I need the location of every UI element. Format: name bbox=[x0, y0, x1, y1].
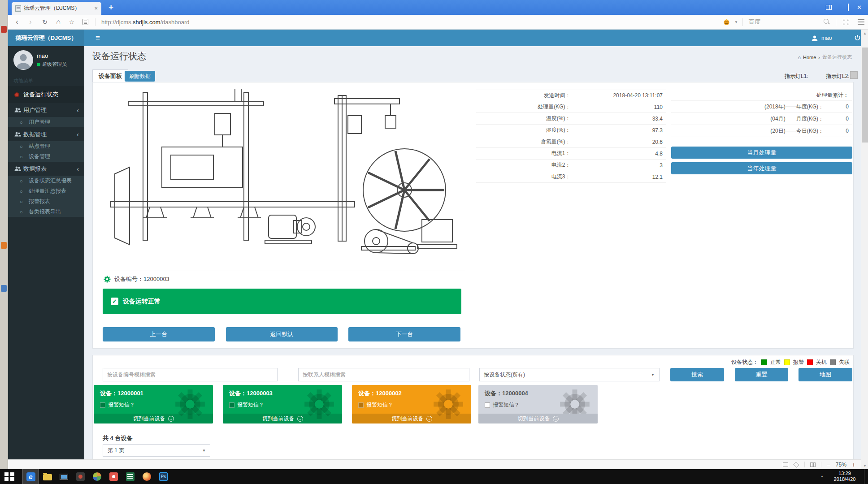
totals-row: (2018年)——年度(KG)：0 bbox=[671, 101, 852, 113]
scroll-up-icon[interactable]: ▲ bbox=[861, 30, 868, 37]
sidebar-item-data-reports[interactable]: 数据报表 ‹ bbox=[8, 162, 84, 176]
strip-app-icon bbox=[1, 242, 7, 249]
url-field[interactable]: http://djcms.shdjls.com/dashboard bbox=[101, 15, 190, 29]
page-scrollbar[interactable]: ▲ ▼ bbox=[861, 30, 868, 469]
taskbar-image-viewer-icon[interactable] bbox=[105, 469, 122, 484]
taskbar-tool-icon[interactable] bbox=[72, 469, 89, 484]
legend-alarm-label: 报警 bbox=[793, 359, 804, 366]
zoom-in-icon[interactable]: + bbox=[852, 461, 855, 468]
year-volume-button[interactable]: 当年处理量 bbox=[671, 162, 852, 174]
switch-device-button[interactable]: 切到当前设备→ bbox=[352, 414, 471, 424]
sidebar-toggle-icon[interactable]: ≡ bbox=[90, 30, 106, 46]
taskbar-folder-icon[interactable] bbox=[39, 469, 56, 484]
search-engine-bee-icon[interactable] bbox=[723, 18, 730, 26]
users-icon bbox=[14, 132, 23, 137]
url-path: /dashboard bbox=[161, 19, 190, 26]
arrow-right-icon: → bbox=[168, 416, 174, 422]
tab-device-panel[interactable]: 设备面板 bbox=[92, 69, 128, 82]
sidebar-item-data-mgmt[interactable]: 数据管理 ‹ bbox=[8, 127, 84, 141]
reading-mode-icon[interactable] bbox=[81, 15, 90, 29]
taskbar-browser-icon[interactable]: e bbox=[22, 469, 39, 484]
start-button-icon[interactable] bbox=[4, 472, 14, 481]
circle-o-icon: ○ bbox=[20, 120, 29, 125]
tab-close-icon[interactable]: × bbox=[94, 5, 98, 12]
menu-icon[interactable] bbox=[858, 19, 864, 25]
browser-tab[interactable]: 德瑶云管理（DJCMS） × bbox=[12, 2, 101, 15]
device-card[interactable]: 设备：12000004 报警短信？ 切到当前设备→ bbox=[478, 385, 598, 424]
reading-row: 电流2：3 bbox=[476, 160, 666, 171]
taskbar-photoshop-icon[interactable]: Ps bbox=[155, 469, 172, 484]
tray-expand-icon[interactable]: ▲ bbox=[820, 475, 824, 478]
engine-search-placeholder[interactable]: 百度 bbox=[749, 15, 760, 29]
show-desktop-button[interactable] bbox=[864, 469, 868, 484]
switch-device-button[interactable]: 切到当前设备→ bbox=[94, 414, 213, 424]
scrollbar-thumb[interactable] bbox=[862, 48, 868, 143]
device-card[interactable]: 设备：12000002 报警短信？ 切到当前设备→ bbox=[352, 385, 471, 424]
new-tab-button[interactable]: + bbox=[108, 2, 113, 12]
device-card[interactable]: 设备：12000001 报警短信？ 切到当前设备→ bbox=[94, 385, 213, 424]
sidebar-item-alarm-report[interactable]: ○ 报警报表 bbox=[8, 196, 84, 207]
prev-device-button[interactable]: 上一台 bbox=[103, 327, 215, 341]
legend-off-label: 关机 bbox=[816, 359, 827, 366]
window-mode-icon[interactable] bbox=[783, 462, 788, 467]
taskbar-spreadsheet-icon[interactable] bbox=[122, 469, 139, 484]
search-icon[interactable] bbox=[823, 18, 830, 25]
sidebar-item-device-status[interactable]: 设备运行状态 bbox=[8, 86, 84, 103]
record-circle-icon bbox=[14, 92, 23, 97]
sidebar-item-report-export[interactable]: ○ 各类报表导出 bbox=[8, 207, 84, 217]
sidebar-item-site-mgmt[interactable]: ○ 站点管理 bbox=[8, 141, 84, 151]
chevron-left-icon: ‹ bbox=[77, 131, 79, 138]
card-sms-row: 报警短信？ bbox=[358, 401, 393, 409]
sms-checkbox[interactable] bbox=[485, 402, 490, 408]
circle-o-icon: ○ bbox=[20, 144, 29, 149]
sms-checkbox[interactable] bbox=[229, 402, 234, 408]
sms-checkbox[interactable] bbox=[100, 402, 105, 408]
refresh-icon[interactable]: ↻ bbox=[40, 15, 49, 29]
close-icon[interactable]: ✕ bbox=[857, 4, 862, 10]
maximize-icon[interactable] bbox=[848, 4, 849, 11]
sms-checkbox[interactable] bbox=[358, 402, 364, 408]
zoom-out-icon[interactable]: − bbox=[827, 461, 830, 468]
chevron-down-icon: ▼ bbox=[202, 449, 206, 453]
grid-view-icon[interactable] bbox=[810, 462, 816, 467]
month-volume-button[interactable]: 当月处理量 bbox=[671, 147, 852, 159]
taskbar-firefox-icon[interactable] bbox=[139, 469, 155, 484]
device-status-select[interactable]: 按设备状态(所有) ▼ bbox=[479, 368, 660, 381]
device-card[interactable]: 设备：12000003 报警短信？ 切到当前设备→ bbox=[223, 385, 342, 424]
sidebar-item-user-mgmt-sub[interactable]: ○ 用户管理 bbox=[8, 117, 84, 127]
browser-addressbar: ‹ › ↻ ⌂ ☆ http://djcms.shdjls.com/dashbo… bbox=[8, 15, 868, 30]
refresh-data-button[interactable]: 刷新数据 bbox=[125, 71, 155, 82]
taskbar-computer-icon[interactable] bbox=[56, 469, 72, 484]
favorites-star-icon[interactable]: ☆ bbox=[67, 15, 76, 29]
fullscreen-icon[interactable] bbox=[793, 461, 799, 467]
lamp1-label: 指示灯L1: bbox=[785, 73, 808, 80]
home-icon[interactable]: ⌂ bbox=[54, 15, 63, 29]
scroll-down-icon[interactable]: ▼ bbox=[861, 462, 868, 469]
map-button[interactable]: 地图 bbox=[799, 368, 852, 381]
next-device-button[interactable]: 下一台 bbox=[348, 327, 460, 341]
reset-button[interactable]: 重置 bbox=[735, 368, 788, 381]
switch-device-button[interactable]: 切到当前设备→ bbox=[478, 414, 598, 424]
search-button[interactable]: 搜索 bbox=[670, 368, 724, 381]
apps-grid-icon[interactable] bbox=[843, 19, 849, 25]
navbar-user-menu[interactable]: mao bbox=[811, 30, 832, 46]
sidebar-item-device-mgmt[interactable]: ○ 设备管理 bbox=[8, 151, 84, 162]
sidebar-item-status-report[interactable]: ○ 设备状态汇总报表 bbox=[8, 176, 84, 186]
page-select[interactable]: 第 1 页 ▼ bbox=[103, 444, 210, 457]
switch-device-button[interactable]: 切到当前设备→ bbox=[223, 414, 342, 424]
device-number-search-input[interactable] bbox=[103, 368, 278, 381]
zoom-level[interactable]: 75% bbox=[836, 462, 846, 468]
engine-dropdown-caret-icon[interactable]: ▼ bbox=[734, 20, 738, 24]
contact-search-input[interactable] bbox=[298, 368, 469, 381]
sidebar-item-user-mgmt[interactable]: 用户管理 ‹ bbox=[8, 103, 84, 117]
forward-icon[interactable]: › bbox=[26, 15, 35, 29]
return-default-button[interactable]: 返回默认 bbox=[226, 327, 338, 341]
breadcrumb-home[interactable]: Home bbox=[803, 55, 816, 60]
reading-row: 电流1：4.8 bbox=[476, 148, 666, 160]
taskbar-clock[interactable]: 13:29 2018/4/20 bbox=[829, 471, 861, 482]
app-brand[interactable]: 德瑶云管理（DJCMS） bbox=[8, 30, 84, 46]
taskbar-browser2-icon[interactable] bbox=[89, 469, 105, 484]
back-icon[interactable]: ‹ bbox=[13, 15, 22, 29]
sidebar-item-volume-report[interactable]: ○ 处理量汇总报表 bbox=[8, 186, 84, 196]
panels-icon[interactable] bbox=[826, 5, 832, 10]
